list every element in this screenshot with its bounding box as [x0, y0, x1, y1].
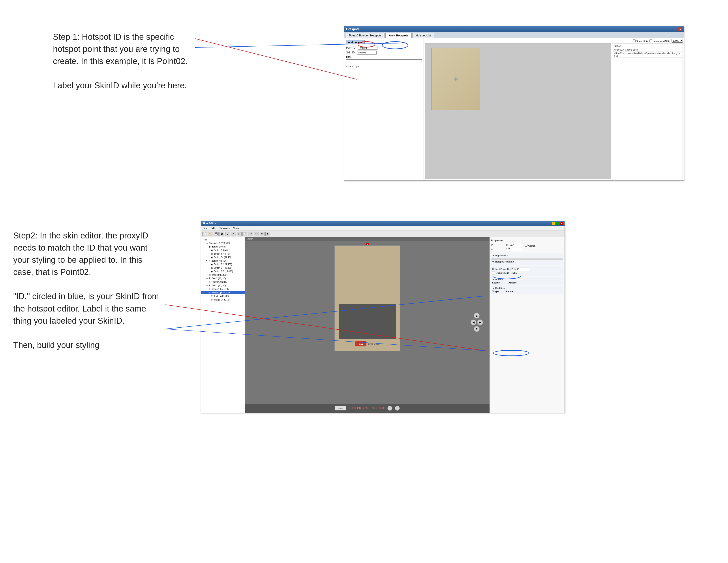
- columns-text: columns: [653, 40, 662, 43]
- appearance-section: Appearance: [491, 253, 563, 258]
- appearance-header: Appearance: [492, 254, 562, 256]
- tree-item-label: Image 0 (0,430): [212, 274, 227, 276]
- tree-item-btn1[interactable]: — ◉ Button 1 (45,0): [201, 245, 245, 248]
- hs-targets-panel: Target <Root02>: Click to open <Root02> …: [612, 43, 683, 179]
- actions-label: Actions: [495, 278, 503, 280]
- tree-item-point01[interactable]: ▼ ⊕ Point01 (XYR,230): [201, 291, 245, 294]
- skin-editor-canvas-area: Editor ✕ LG Life's Good ▲: [245, 237, 490, 413]
- zoom-minus-btn[interactable]: −: [395, 406, 400, 411]
- hotspot-proxy-input[interactable]: [510, 267, 530, 271]
- point-id-label: Point ID:: [346, 46, 356, 49]
- canvas-image: ✛: [432, 48, 480, 110]
- tree-item-container1[interactable]: ▼ □ Container 1 (700,283): [201, 241, 245, 245]
- html5-checkbox[interactable]: [492, 271, 495, 274]
- image-red2-icon: ⊗: [210, 298, 213, 301]
- ctrl-right[interactable]: ▶: [477, 320, 483, 325]
- url-label: URL:: [346, 56, 422, 59]
- anchor-checkbox[interactable]: [525, 244, 527, 246]
- click-to-open-text: Click to open: [346, 65, 422, 68]
- skin-editor-tree: Tree ▼ □ Container 1 (700,283) — ◉ Butto…: [201, 237, 245, 413]
- tool-open[interactable]: 📂: [208, 231, 213, 236]
- tree-item-label: Button 5 (748,430): [214, 267, 232, 269]
- tree-item-text1[interactable]: — T Text 1 (90,-20): [201, 284, 245, 287]
- maximize-btn[interactable]: [556, 222, 559, 225]
- ctrl-left[interactable]: ◀: [471, 320, 476, 325]
- source-col-label: Source: [492, 282, 500, 284]
- tree-item-btn8[interactable]: • ◉ Button 8 (221,430): [201, 262, 245, 266]
- tool-play[interactable]: ▶: [265, 231, 270, 236]
- ctrl-up[interactable]: ▲: [474, 313, 480, 319]
- tree-item-btn4[interactable]: • ◉ Button 4 (45,70): [201, 252, 245, 255]
- toggle-icon: •: [208, 256, 210, 258]
- tree-item-label: Button 3+ (84,40): [214, 256, 231, 258]
- tool-undo[interactable]: ↩: [248, 231, 253, 236]
- step2-title: Step2: In the skin editor, the proxyID n…: [13, 231, 148, 276]
- close-btn-se[interactable]: ✕: [560, 222, 563, 225]
- point-id-input[interactable]: [358, 46, 377, 50]
- w-input[interactable]: [505, 248, 523, 251]
- button-icon6: ◉: [210, 266, 213, 269]
- menu-edit[interactable]: Edit: [210, 227, 215, 230]
- menu-view[interactable]: View: [233, 227, 239, 230]
- tool-cut[interactable]: ✂: [231, 231, 236, 236]
- zoom-plus-btn[interactable]: +: [387, 406, 392, 411]
- close-button[interactable]: ✕: [678, 27, 682, 31]
- id-input[interactable]: [505, 244, 523, 247]
- tool-redo[interactable]: ↪: [254, 231, 259, 236]
- tree-item-btn3[interactable]: • ◉ Button 3+ (84,40): [201, 255, 245, 259]
- html5-label: Do not use in HTML5: [496, 272, 517, 274]
- tool-save[interactable]: 💾: [214, 231, 219, 236]
- tree-item-btn5[interactable]: • ◉ Button 5 (748,430): [201, 266, 245, 269]
- tool-copy[interactable]: ⎘: [237, 231, 242, 236]
- tree-item-label: Button 4 (45,70): [214, 252, 230, 255]
- tab-hotspot-list[interactable]: Hotspot List: [412, 33, 434, 38]
- image-red-icon: ⊗: [208, 288, 211, 290]
- skin-id-input[interactable]: [357, 51, 377, 55]
- editor-label: Editor: [245, 237, 490, 241]
- tree-item-img1[interactable]: — ⊗ Image 1 (-55,-10): [201, 287, 245, 291]
- hs-skin-id-row: Skin ID:: [346, 51, 422, 55]
- modifiers-section: Modifiers Target Source: [491, 286, 563, 294]
- ctrl-down[interactable]: ▼: [474, 326, 480, 332]
- tree-item-text2[interactable]: — T Text 2 (46,-10): [201, 276, 245, 280]
- toggle-icon: ▼: [205, 259, 208, 262]
- minimize-btn[interactable]: [552, 222, 555, 225]
- tree-item-btn2[interactable]: • ◉ Button 2 (0,40): [201, 248, 245, 252]
- tree-item-btn6b[interactable]: • ◉ Button 6 B (16,430): [201, 269, 245, 273]
- toggle-icon: ▼: [205, 291, 208, 294]
- tree-item-label: Text 1 (90,-20): [212, 285, 226, 287]
- hs-right-panel: Show hints columns Zoom: 100% 75% 50% ✛: [424, 38, 684, 180]
- step2-description: Step2: In the skin editor, the proxyID n…: [13, 229, 163, 351]
- hs-toolbar: Add Hotspot: [346, 40, 422, 44]
- tree-item-btn7[interactable]: ▼ ✕ Button 7 (841,5): [201, 259, 245, 262]
- tool-settings[interactable]: ⚙: [260, 231, 265, 236]
- tab-area-hotspots[interactable]: Area Hotspots: [385, 33, 412, 38]
- target-row-2: <Root02> <br><ul>SkinID</ul> Operations:…: [613, 52, 682, 58]
- zoom-select[interactable]: 100% 75% 50%: [672, 39, 683, 43]
- w-label: W:: [491, 248, 504, 250]
- tree-item-img1c[interactable]: — ⊗ Image 1 (-5,-10): [201, 298, 245, 302]
- modifiers-label: Modifiers: [495, 287, 505, 290]
- tree-item-point[interactable]: — ⊕ Point (479,230): [201, 280, 245, 284]
- tree-item-text1b[interactable]: — T Text 1 (-45,-36): [201, 294, 245, 298]
- tool-new[interactable]: 📄: [202, 231, 207, 236]
- tool-bold[interactable]: B: [220, 231, 224, 236]
- collapse-icon3: [492, 279, 494, 280]
- tab-point-polygon[interactable]: Point & Polygon Hotspots: [346, 33, 385, 38]
- url-input[interactable]: [346, 59, 422, 63]
- tool-paste[interactable]: 📋: [242, 231, 247, 236]
- tool-italic[interactable]: I: [225, 231, 230, 236]
- hotspot-proxy-label: Hotspot Proxy ID:: [492, 268, 509, 270]
- reset-btn[interactable]: reset: [335, 406, 346, 411]
- show-hints-checkbox[interactable]: [633, 39, 636, 42]
- menu-file[interactable]: File: [203, 227, 207, 230]
- skin-id-label: Skin ID:: [346, 51, 355, 54]
- menu-elements[interactable]: Elements: [219, 227, 230, 230]
- tree-item-img0[interactable]: — 🖼 Image 0 (0,430): [201, 273, 245, 276]
- toggle-icon: •: [208, 249, 210, 251]
- actions-section: Actions Source Actions: [491, 277, 563, 285]
- columns-checkbox[interactable]: [649, 39, 652, 42]
- skin-editor-properties: Properties ID: Anchor W: Appe: [490, 237, 565, 413]
- add-hotspot-btn[interactable]: Add Hotspot: [346, 40, 365, 44]
- toggle-icon: —: [205, 245, 208, 248]
